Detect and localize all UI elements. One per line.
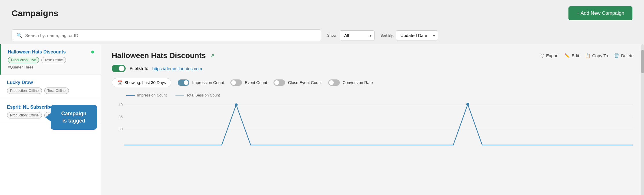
show-control-group: Show: All Active Inactive ▾	[327, 30, 375, 40]
event-count-label: Event Count	[245, 80, 267, 85]
trend-up-icon: ↗	[210, 52, 215, 59]
impression-count-label: Impression Count	[192, 80, 224, 85]
detail-actions: ⬡ Export ✏️ Edit 📋 Copy To 🗑️ Delete	[541, 53, 634, 58]
search-row: 🔍 Show: All Active Inactive ▾ Sort By: U…	[0, 27, 644, 44]
detail-scrollbar-thumb	[641, 50, 644, 73]
close-event-toggle-switch[interactable]	[274, 79, 285, 86]
copy-to-button[interactable]: 📋 Copy To	[585, 53, 608, 58]
export-button[interactable]: ⬡ Export	[541, 53, 559, 58]
event-toggle-switch[interactable]	[230, 79, 242, 86]
detail-panel: Halloween Hats Discounts ↗ ⬡ Export ✏️ E…	[101, 44, 644, 195]
show-select[interactable]: All Active Inactive	[340, 30, 375, 40]
publish-url[interactable]: https://demo.fluentos.com	[152, 66, 202, 71]
metric-toggle-conversion: Conversion Rate	[328, 79, 373, 86]
y-label-30: 30	[119, 127, 123, 131]
legend-session-label: Total Session Count	[186, 93, 220, 97]
legend-impression: Impression Count	[126, 93, 167, 97]
calendar-icon: 📅	[117, 80, 122, 85]
export-label: Export	[546, 53, 559, 58]
campaign-tags: Production: Live Test: Offline	[8, 57, 94, 63]
metric-toggle-event: Event Count	[230, 79, 267, 86]
legend-line-session	[175, 95, 184, 96]
delete-label: Delete	[621, 53, 634, 58]
chart-legend: Impression Count Total Session Count	[126, 93, 634, 97]
legend-session: Total Session Count	[175, 93, 220, 97]
publish-toggle[interactable]	[112, 65, 126, 72]
sort-control-group: Sort By: Updated Date Created Date Name …	[380, 30, 438, 40]
campaign-tagged-tooltip: Campaignis tagged	[51, 105, 97, 130]
delete-button[interactable]: 🗑️ Delete	[614, 53, 634, 58]
top-header: Campaigns + Add New Campaign	[0, 0, 644, 27]
legend-impression-label: Impression Count	[137, 93, 167, 97]
detail-title-row: Halloween Hats Discounts ↗	[112, 51, 215, 60]
sort-label: Sort By:	[380, 33, 394, 38]
chart-peak-dot-2	[466, 103, 469, 106]
tag-prod-offline-3: Production: Offline	[7, 112, 42, 118]
search-icon: 🔍	[16, 33, 22, 38]
impression-toggle-switch[interactable]	[178, 79, 189, 86]
date-filter-label: Showing: Last 30 Days	[124, 80, 166, 85]
legend-line-impression	[126, 95, 135, 96]
show-label: Show:	[327, 33, 337, 38]
chart-area: 40 35 30	[112, 100, 634, 146]
y-label-35: 35	[119, 115, 123, 119]
copy-icon: 📋	[585, 53, 590, 58]
status-dot-active	[91, 51, 94, 53]
delete-icon: 🗑️	[614, 53, 619, 58]
main-content: Halloween Hats Discounts Production: Liv…	[0, 44, 644, 195]
tag-test-offline: Test: Offline	[41, 57, 66, 63]
campaign-tags-2: Production: Offline Test: Offline	[7, 88, 94, 94]
filter-row: 📅 Showing: Last 30 Days Impression Count…	[112, 78, 634, 87]
conversion-rate-label: Conversion Rate	[343, 80, 373, 85]
chart-line-2	[343, 104, 633, 145]
campaign-item-header-2: Lucky Draw	[7, 80, 94, 85]
chart-svg: 40 35 30	[112, 100, 634, 146]
campaign-name: Halloween Hats Discounts	[8, 49, 66, 55]
edit-button[interactable]: ✏️ Edit	[564, 53, 579, 58]
search-input[interactable]	[25, 33, 316, 38]
tooltip-content: Campaignis tagged	[51, 105, 97, 130]
copy-to-label: Copy To	[592, 53, 608, 58]
publish-row: Publish To https://demo.fluentos.com	[112, 65, 634, 72]
sort-select[interactable]: Updated Date Created Date Name	[396, 30, 438, 40]
tooltip-arrow-icon	[45, 113, 51, 121]
chart-line-1	[124, 105, 343, 145]
campaign-item-halloween[interactable]: Halloween Hats Discounts Production: Liv…	[0, 44, 101, 75]
close-event-count-label: Close Event Count	[288, 80, 322, 85]
detail-title: Halloween Hats Discounts	[112, 51, 206, 60]
tag-test-offline-2: Test: Offline	[44, 88, 69, 94]
tag-prod-offline-2: Production: Offline	[7, 88, 42, 94]
campaign-hashtag: #Quarter Three	[8, 65, 94, 69]
publish-label: Publish To	[130, 66, 148, 71]
date-filter-button[interactable]: 📅 Showing: Last 30 Days	[112, 78, 171, 87]
add-campaign-button[interactable]: + Add New Campaign	[568, 6, 632, 20]
tag-production-live: Production: Live	[8, 57, 39, 63]
campaign-sidebar: Halloween Hats Discounts Production: Liv…	[0, 44, 101, 195]
campaign-name-2: Lucky Draw	[7, 80, 33, 85]
tooltip-text: Campaignis tagged	[61, 111, 86, 124]
conversion-toggle-switch[interactable]	[328, 79, 340, 86]
campaign-name-3: Esprit: NL Subscribe	[7, 105, 53, 110]
export-icon: ⬡	[541, 53, 544, 58]
detail-scrollbar[interactable]	[641, 44, 644, 195]
edit-label: Edit	[572, 53, 579, 58]
metric-toggle-close-event: Close Event Count	[274, 79, 322, 86]
chart-peak-dot-1	[235, 103, 238, 106]
sort-select-wrap: Updated Date Created Date Name ▾	[396, 30, 438, 40]
metric-toggle-impression: Impression Count	[178, 79, 224, 86]
detail-header: Halloween Hats Discounts ↗ ⬡ Export ✏️ E…	[112, 51, 634, 60]
edit-icon: ✏️	[564, 53, 570, 58]
campaign-item-lucky-draw[interactable]: Lucky Draw Production: Offline Test: Off…	[0, 75, 101, 99]
page-title: Campaigns	[12, 8, 58, 18]
search-box: 🔍	[12, 29, 321, 41]
show-select-wrap: All Active Inactive ▾	[340, 30, 375, 40]
y-label-40: 40	[119, 103, 123, 107]
campaign-item-header: Halloween Hats Discounts	[8, 49, 94, 55]
